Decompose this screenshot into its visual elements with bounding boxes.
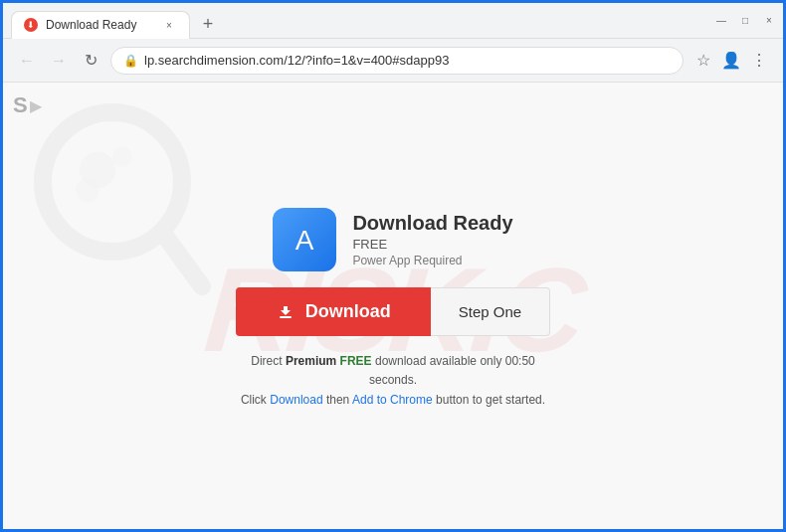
app-info: A Download Ready FREE Power App Required: [273, 208, 512, 271]
account-button[interactable]: 👤: [719, 49, 743, 73]
info-click: Click: [241, 393, 267, 407]
info-end: button to get started.: [436, 393, 545, 407]
app-icon: A: [273, 208, 336, 271]
app-details: Download Ready FREE Power App Required: [352, 212, 512, 267]
download-arrow-icon: [276, 302, 295, 322]
info-free: FREE: [340, 354, 372, 368]
url-text: lp.searchdimension.com/12/?info=1&v=400#…: [144, 53, 449, 68]
bookmark-button[interactable]: ☆: [691, 49, 715, 73]
tab-close-button[interactable]: ×: [161, 17, 177, 33]
address-actions: ☆ 👤 ⋮: [691, 49, 771, 73]
app-requirement: Power App Required: [352, 254, 512, 267]
url-bar[interactable]: 🔒 lp.searchdimension.com/12/?info=1&v=40…: [110, 47, 684, 75]
tab-bar: ⬇ Download Ready × +: [11, 3, 715, 39]
main-content: RISK.C S ▶ A Download Ready FREE Power A…: [3, 83, 783, 532]
address-bar: ← → ↻ 🔒 lp.searchdimension.com/12/?info=…: [3, 39, 783, 83]
svg-rect-6: [280, 316, 292, 318]
tab-favicon: ⬇: [24, 18, 38, 32]
download-button[interactable]: Download: [236, 287, 431, 336]
svg-line-1: [162, 232, 202, 286]
refresh-button[interactable]: ↻: [79, 49, 102, 73]
logo-arrow: ▶: [30, 96, 42, 115]
info-add-to-chrome-link[interactable]: Add to Chrome: [352, 393, 433, 407]
title-bar: ⬇ Download Ready × + — □ ×: [3, 3, 783, 39]
svg-point-3: [112, 147, 132, 167]
forward-button[interactable]: →: [47, 49, 71, 73]
minimize-button[interactable]: —: [715, 15, 727, 27]
svg-text:A: A: [295, 225, 314, 256]
info-text: Direct Premium FREE download available o…: [234, 352, 552, 410]
maximize-button[interactable]: □: [739, 15, 751, 27]
info-direct: Direct: [251, 354, 282, 368]
app-name: Download Ready: [352, 212, 512, 235]
info-then: then: [326, 393, 349, 407]
back-button[interactable]: ←: [15, 49, 39, 73]
action-buttons: Download Step One: [236, 287, 550, 336]
step-one-button[interactable]: Step One: [431, 287, 550, 336]
svg-point-4: [76, 178, 99, 202]
lock-icon: 🔒: [123, 54, 138, 68]
new-tab-button[interactable]: +: [194, 11, 222, 39]
info-premium: Premium: [286, 354, 336, 368]
info-download-link[interactable]: Download: [270, 393, 322, 407]
site-logo: S ▶: [13, 92, 42, 118]
window-controls: — □ ×: [715, 15, 775, 27]
download-card: A Download Ready FREE Power App Required…: [234, 208, 552, 410]
tab-title: Download Ready: [46, 18, 153, 32]
app-price: FREE: [352, 237, 512, 252]
magnifier-watermark: [33, 102, 212, 301]
menu-button[interactable]: ⋮: [747, 49, 771, 73]
download-button-label: Download: [305, 301, 391, 322]
logo-s: S: [13, 92, 28, 118]
info-rest: download available only 00:50 seconds.: [369, 354, 535, 387]
window-close-button[interactable]: ×: [763, 15, 775, 27]
browser-tab[interactable]: ⬇ Download Ready ×: [11, 11, 190, 39]
